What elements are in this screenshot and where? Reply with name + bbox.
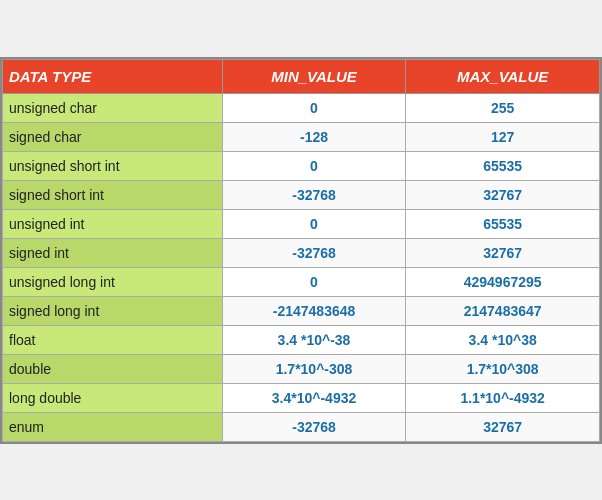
cell-min: -32768 [222,412,406,441]
cell-max: 2147483647 [406,296,600,325]
cell-min: -128 [222,122,406,151]
cell-type: unsigned char [3,93,223,122]
table-row: signed int-3276832767 [3,238,600,267]
table-row: signed long int-21474836482147483647 [3,296,600,325]
cell-max: 32767 [406,180,600,209]
cell-max: 127 [406,122,600,151]
cell-min: -32768 [222,180,406,209]
cell-min: -2147483648 [222,296,406,325]
cell-type: unsigned long int [3,267,223,296]
cell-type: enum [3,412,223,441]
cell-min: 0 [222,267,406,296]
cell-max: 65535 [406,151,600,180]
cell-type: long double [3,383,223,412]
cell-min: -32768 [222,238,406,267]
table-row: enum-3276832767 [3,412,600,441]
cell-max: 3.4 *10^38 [406,325,600,354]
cell-type: signed char [3,122,223,151]
col-header-min: MIN_VALUE [222,59,406,93]
cell-min: 3.4 *10^-38 [222,325,406,354]
col-header-max: MAX_VALUE [406,59,600,93]
cell-type: double [3,354,223,383]
col-header-type: DATA TYPE [3,59,223,93]
table-row: signed short int-3276832767 [3,180,600,209]
cell-max: 1.7*10^308 [406,354,600,383]
cell-max: 4294967295 [406,267,600,296]
cell-max: 32767 [406,238,600,267]
cell-min: 3.4*10^-4932 [222,383,406,412]
cell-min: 0 [222,209,406,238]
table-row: float3.4 *10^-383.4 *10^38 [3,325,600,354]
cell-type: signed long int [3,296,223,325]
cell-type: signed short int [3,180,223,209]
table-row: unsigned short int065535 [3,151,600,180]
data-types-table: DATA TYPE MIN_VALUE MAX_VALUE unsigned c… [0,57,602,444]
cell-min: 0 [222,93,406,122]
cell-max: 1.1*10^-4932 [406,383,600,412]
table-row: double1.7*10^-3081.7*10^308 [3,354,600,383]
cell-type: signed int [3,238,223,267]
cell-max: 255 [406,93,600,122]
table-row: signed char-128127 [3,122,600,151]
cell-min: 1.7*10^-308 [222,354,406,383]
table-row: unsigned char0255 [3,93,600,122]
cell-min: 0 [222,151,406,180]
cell-type: float [3,325,223,354]
table-row: unsigned long int04294967295 [3,267,600,296]
table-row: long double3.4*10^-49321.1*10^-4932 [3,383,600,412]
cell-max: 65535 [406,209,600,238]
table-row: unsigned int065535 [3,209,600,238]
cell-max: 32767 [406,412,600,441]
cell-type: unsigned short int [3,151,223,180]
cell-type: unsigned int [3,209,223,238]
table-header-row: DATA TYPE MIN_VALUE MAX_VALUE [3,59,600,93]
